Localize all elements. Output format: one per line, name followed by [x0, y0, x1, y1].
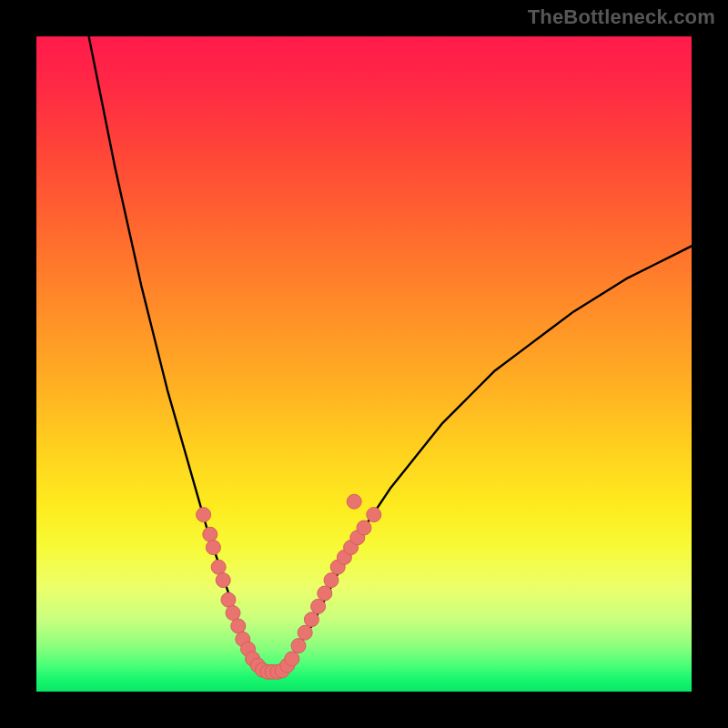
- marker-point: [357, 521, 371, 535]
- marker-point: [318, 586, 332, 601]
- marker-point: [226, 606, 240, 621]
- bottleneck-curve: [89, 36, 692, 672]
- marker-point: [203, 527, 217, 541]
- marker-point: [324, 573, 339, 588]
- marker-point: [221, 592, 236, 607]
- chart-svg: [36, 36, 692, 692]
- marker-point: [347, 494, 361, 509]
- chart-stage: TheBottleneck.com: [0, 0, 728, 728]
- marker-point: [197, 508, 211, 522]
- marker-point: [206, 541, 220, 555]
- marker-point: [367, 508, 381, 522]
- curve-left-branch: [89, 36, 273, 672]
- data-markers: [197, 494, 381, 679]
- marker-point: [291, 639, 306, 653]
- watermark-text: TheBottleneck.com: [528, 5, 715, 29]
- marker-point: [211, 560, 226, 574]
- marker-point: [231, 619, 246, 633]
- marker-point: [298, 625, 312, 640]
- marker-point: [285, 652, 299, 666]
- plot-area: [36, 36, 692, 692]
- marker-point: [216, 573, 230, 588]
- marker-point: [311, 599, 326, 613]
- marker-point: [304, 612, 318, 627]
- curve-right-branch: [272, 246, 692, 672]
